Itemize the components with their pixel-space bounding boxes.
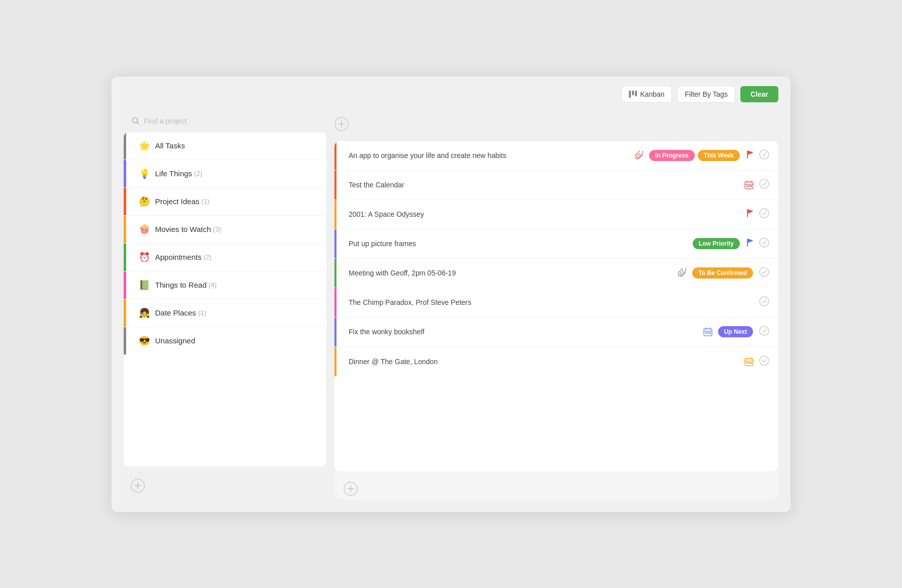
project-count: (1) xyxy=(202,198,210,205)
project-count: (4) xyxy=(209,281,217,289)
add-project-icon xyxy=(131,479,145,493)
task-accent xyxy=(334,288,336,317)
clear-button[interactable]: Clear xyxy=(740,86,778,102)
svg-point-39 xyxy=(760,356,769,365)
task-item-task-8[interactable]: Dinner @ The Gate, London xyxy=(334,347,778,376)
project-item-appointments[interactable]: ⏰Appointments (2) xyxy=(124,244,326,271)
task-tag: This Week xyxy=(698,150,740,161)
search-icon xyxy=(132,117,140,125)
task-text: An app to organise your life and create … xyxy=(349,151,635,160)
svg-rect-2 xyxy=(635,91,637,96)
project-emoji: 🍿 xyxy=(139,224,150,235)
right-top-row xyxy=(334,112,778,139)
task-accent xyxy=(334,171,336,200)
task-check[interactable] xyxy=(759,208,769,220)
task-item-task-2[interactable]: Test the Calendar xyxy=(334,171,778,200)
calendar-icon xyxy=(703,327,713,337)
check-icon[interactable] xyxy=(759,179,769,189)
svg-rect-28 xyxy=(705,332,707,334)
task-icons xyxy=(678,268,687,278)
svg-point-22 xyxy=(760,267,769,277)
check-icon[interactable] xyxy=(759,208,769,218)
project-item-project-ideas[interactable]: 🤔Project Ideas (1) xyxy=(124,188,326,216)
task-icons xyxy=(744,357,754,367)
task-check[interactable] xyxy=(759,296,769,308)
project-count: (2) xyxy=(204,253,212,261)
task-tag: To Be Confirmed xyxy=(692,267,753,279)
task-text: Put up picture frames xyxy=(349,240,688,248)
app-container: Kanban Filter By Tags Clear Find a proje… xyxy=(111,76,791,512)
add-task-bottom-button[interactable] xyxy=(334,478,367,500)
check-icon[interactable] xyxy=(759,267,769,277)
project-item-unassigned[interactable]: 😎Unassigned xyxy=(124,327,326,355)
project-count: (1) xyxy=(198,309,206,317)
project-emoji: 👧 xyxy=(139,307,150,319)
project-emoji: 💡 xyxy=(139,168,150,179)
task-item-task-1[interactable]: An app to organise your life and create … xyxy=(334,141,778,171)
task-item-task-3[interactable]: 2001: A Space Odyssey xyxy=(334,200,778,229)
task-item-task-7[interactable]: Fix the wonky bookshelf Up Next xyxy=(334,318,778,347)
project-name: Life Things xyxy=(155,169,192,178)
svg-point-20 xyxy=(760,209,769,218)
project-name: All Tasks xyxy=(155,141,185,150)
project-accent xyxy=(124,132,126,160)
check-icon[interactable] xyxy=(759,356,769,366)
flag-icon xyxy=(746,150,755,159)
project-item-life-things[interactable]: 💡Life Things (2) xyxy=(124,160,326,188)
add-project-button[interactable] xyxy=(124,472,152,500)
kanban-label: Kanban xyxy=(640,90,664,98)
project-item-things-to-read[interactable]: 📗Things to Read (4) xyxy=(124,271,326,299)
task-list: An app to organise your life and create … xyxy=(334,141,778,472)
task-icons xyxy=(744,180,754,190)
svg-point-21 xyxy=(760,238,769,247)
task-tag: Low Priority xyxy=(693,238,740,249)
task-accent xyxy=(334,259,336,288)
task-text: Dinner @ The Gate, London xyxy=(349,358,744,366)
task-flag[interactable] xyxy=(746,209,755,220)
project-accent xyxy=(124,271,126,299)
svg-rect-0 xyxy=(629,91,631,98)
project-name: Date Places xyxy=(155,308,196,317)
project-name: Appointments xyxy=(155,253,202,261)
task-check[interactable] xyxy=(759,267,769,279)
task-text: Meeting with Geoff, 2pm 05-06-19 xyxy=(349,269,678,277)
top-bar: Kanban Filter By Tags Clear xyxy=(111,76,791,112)
filter-button[interactable]: Filter By Tags xyxy=(677,86,735,103)
project-emoji: 📗 xyxy=(139,280,150,291)
add-task-bottom-icon xyxy=(344,482,358,496)
project-name: Project Ideas xyxy=(155,197,200,206)
project-item-date-places[interactable]: 👧Date Places (1) xyxy=(124,299,326,327)
task-tag: Up Next xyxy=(718,326,753,337)
task-icons xyxy=(635,151,644,160)
task-check[interactable] xyxy=(759,149,769,162)
add-task-top-button[interactable] xyxy=(334,117,349,134)
task-tags: Low Priority xyxy=(693,238,740,249)
check-icon[interactable] xyxy=(759,296,769,306)
check-icon[interactable] xyxy=(759,326,769,336)
left-panel: Find a project 🌟All Tasks💡Life Things (2… xyxy=(124,112,326,500)
project-emoji: 🤔 xyxy=(139,196,150,207)
task-tags: In ProgressThis Week xyxy=(649,150,740,161)
task-check[interactable] xyxy=(759,179,769,191)
task-icons xyxy=(703,327,713,337)
kanban-button[interactable]: Kanban xyxy=(621,86,672,103)
task-check[interactable] xyxy=(759,238,769,250)
add-task-top-icon xyxy=(334,117,349,131)
task-item-task-6[interactable]: The Chimp Paradox, Prof Steve Peters xyxy=(334,288,778,318)
task-flag[interactable] xyxy=(746,150,755,161)
check-icon[interactable] xyxy=(759,149,769,160)
check-icon[interactable] xyxy=(759,238,769,248)
project-accent xyxy=(124,327,126,355)
project-name: Unassigned xyxy=(155,336,195,345)
task-flag[interactable] xyxy=(746,238,755,249)
task-check[interactable] xyxy=(759,356,769,368)
svg-rect-29 xyxy=(707,332,709,334)
task-item-task-5[interactable]: Meeting with Geoff, 2pm 05-06-19 To Be C… xyxy=(334,259,778,288)
project-item-movies-to-watch[interactable]: 🍿Movies to Watch (3) xyxy=(124,216,326,244)
project-item-all-tasks[interactable]: 🌟All Tasks xyxy=(124,132,326,160)
flag-icon xyxy=(746,209,755,218)
task-accent xyxy=(334,200,336,229)
task-check[interactable] xyxy=(759,326,769,338)
task-item-task-4[interactable]: Put up picture framesLow Priority xyxy=(334,229,778,259)
project-accent xyxy=(124,299,126,327)
